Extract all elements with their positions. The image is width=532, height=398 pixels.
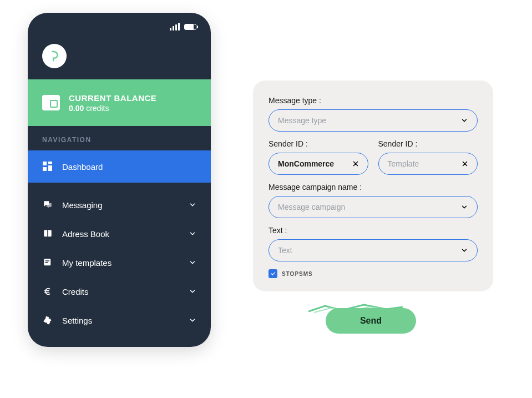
nav-label: Credits (62, 287, 89, 296)
app-logo (42, 44, 67, 68)
nav-item-messaging[interactable]: Messaging (28, 190, 211, 219)
svg-rect-5 (45, 260, 50, 261)
chevron-down-icon (189, 230, 196, 238)
nav-label: My templates (62, 258, 112, 268)
chevron-down-icon (460, 246, 468, 254)
message-type-placeholder: Message type (278, 116, 456, 125)
nav-label: Settings (62, 316, 92, 325)
template-icon (42, 257, 53, 268)
stopsms-label: STOPSMS (282, 271, 313, 277)
text-placeholder: Text (278, 246, 456, 255)
wallet-icon (42, 95, 60, 110)
message-type-label: Message type : (268, 96, 478, 105)
book-icon (42, 228, 53, 239)
text-select[interactable]: Text (268, 239, 478, 261)
nav-item-templates[interactable]: My templates (28, 248, 211, 277)
balance-panel: CURRENT BALANCE 0.00 credits (28, 79, 211, 126)
svg-rect-0 (43, 162, 47, 165)
sender-template-input[interactable]: Template (378, 153, 478, 175)
balance-title: CURRENT BALANCE (69, 93, 156, 103)
send-wrap: Send (308, 304, 433, 334)
nav-label: Dashboard (62, 162, 103, 172)
clear-icon[interactable] (462, 160, 468, 167)
status-bar (28, 13, 211, 41)
chevron-down-icon (460, 117, 468, 124)
text-label: Text : (268, 226, 478, 235)
euro-icon (42, 286, 53, 297)
svg-rect-1 (48, 162, 52, 164)
campaign-select[interactable]: Message campaign (268, 196, 478, 218)
sender-id-value: MonCommerce (278, 159, 348, 168)
logo-wrap (28, 41, 211, 79)
svg-rect-2 (43, 167, 47, 171)
nav-label: Adress Book (62, 229, 109, 239)
svg-rect-6 (45, 262, 48, 263)
message-form-card: Message type : Message type Sender ID : … (253, 80, 493, 291)
chevron-down-icon (189, 288, 196, 295)
chevron-down-icon (189, 259, 196, 266)
send-button[interactable]: Send (326, 308, 416, 334)
nav-item-settings[interactable]: Settings (28, 306, 211, 335)
message-type-select[interactable]: Message type (268, 109, 478, 132)
sender-id-input[interactable]: MonCommerce (268, 153, 368, 175)
balance-amount: 0.00 credits (69, 104, 156, 113)
campaign-label: Message campaign name : (268, 183, 478, 192)
chevron-down-icon (189, 201, 196, 209)
phone-mockup: CURRENT BALANCE 0.00 credits NAVIGATION … (28, 13, 211, 347)
stopsms-checkbox[interactable] (268, 269, 277, 278)
nav-item-credits[interactable]: Credits (28, 277, 211, 306)
svg-rect-3 (48, 165, 52, 171)
clear-icon[interactable] (352, 160, 359, 167)
messaging-icon (42, 199, 53, 210)
gear-icon (42, 315, 53, 326)
campaign-placeholder: Message campaign (278, 203, 456, 211)
dashboard-icon (42, 161, 53, 172)
sender-template-placeholder: Template (388, 159, 458, 168)
battery-icon (184, 24, 196, 30)
chevron-down-icon (460, 203, 468, 211)
signal-icon (170, 23, 180, 31)
nav-item-dashboard[interactable]: Dashboard (28, 150, 211, 183)
sender-id-label: Sender ID : (268, 139, 368, 148)
nav-header: NAVIGATION (28, 126, 211, 150)
chevron-down-icon (189, 316, 196, 324)
nav-label: Messaging (62, 200, 103, 210)
nav-item-address-book[interactable]: Adress Book (28, 219, 211, 248)
sender-id2-label: Sender ID : (378, 139, 478, 148)
